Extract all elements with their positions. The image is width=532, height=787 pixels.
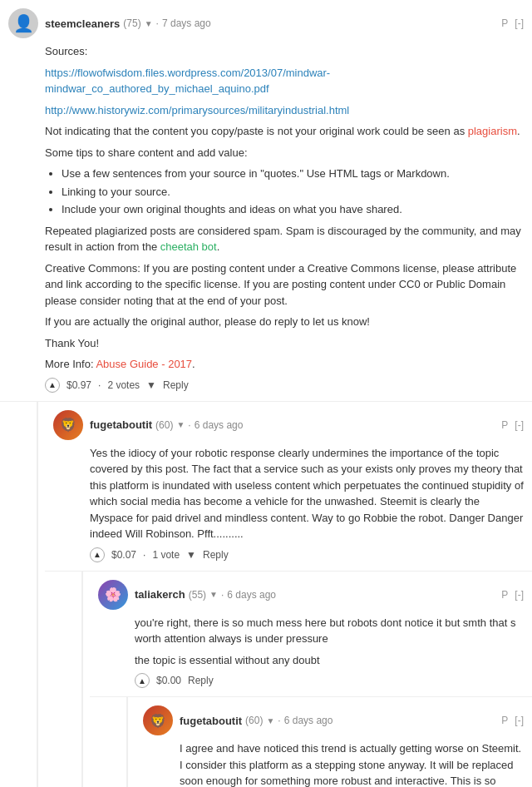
comment-body-steemcleaners: Sources: https://flowofwisdom.files.word… — [45, 43, 524, 393]
vote-amount-taliakerch: $0.00 — [156, 673, 181, 688]
header-actions-taliakerch: P [-] — [501, 589, 524, 601]
flag-button-taliakerch[interactable]: P — [501, 589, 508, 601]
header-actions-fugetaboutit-2: P [-] — [501, 715, 524, 726]
votes-count-fugetaboutit-1: 1 vote — [152, 547, 180, 562]
body1-taliakerch: you're right, there is so much mess here… — [135, 615, 524, 647]
collapse-button-fugetaboutit-2[interactable]: [-] — [515, 715, 524, 726]
user-info-taliakerch: taliakerch (55) ▼ · 6 days ago — [135, 588, 501, 601]
link-1[interactable]: https://flowofwisdom.files.wordpress.com… — [45, 65, 524, 97]
avatar-steemcleaners: 👤 — [8, 8, 38, 38]
comment-header-taliakerch: 🌸 taliakerch (55) ▼ · 6 days ago P [-] — [98, 580, 524, 610]
source-link-1[interactable]: https://flowofwisdom.files.wordpress.com… — [45, 67, 330, 96]
timestamp-taliakerch: 6 days ago — [227, 589, 276, 601]
reputation-steemcleaners: (75) — [123, 17, 140, 29]
collapse-button-taliakerch[interactable]: [-] — [515, 589, 524, 601]
timestamp-fugetaboutit-1: 6 days ago — [195, 419, 244, 431]
para-cc: Creative Commons: If you are posting con… — [45, 260, 524, 309]
footer-actions-steemcleaners: ▲ $0.97 · 2 votes ▼ Reply — [45, 378, 524, 393]
header-actions-fugetaboutit-1: P [-] — [501, 419, 524, 431]
avatar-fugetaboutit-1: 🦁 — [53, 410, 83, 440]
nested-block-2: 🌸 taliakerch (55) ▼ · 6 days ago P [-] y… — [81, 572, 532, 788]
comment-header-steemcleaners: 👤 steemcleaners (75) ▼ · 7 days ago P [-… — [8, 8, 524, 38]
upvote-button-steemcleaners[interactable]: ▲ — [45, 378, 60, 393]
username-fugetaboutit-1[interactable]: fugetaboutit — [90, 418, 152, 431]
comment-header-fugetaboutit-1: 🦁 fugetaboutit (60) ▼ · 6 days ago P [-] — [53, 410, 524, 440]
nested-block-3: 🦁 fugetaboutit (60) ▼ · 6 days ago P [-] — [126, 697, 532, 787]
footer-actions-fugetaboutit-1: ▲ $0.07 · 1 vote ▼ Reply — [90, 547, 524, 562]
body-fugetaboutit-2: I agree and have noticed this trend is a… — [180, 740, 524, 787]
comment-steemcleaners: 👤 steemcleaners (75) ▼ · 7 days ago P [-… — [0, 0, 532, 402]
comment-header-fugetaboutit-2: 🦁 fugetaboutit (60) ▼ · 6 days ago P [-] — [143, 705, 524, 735]
tip-1: Use a few sentences from your source in … — [62, 166, 524, 182]
abuse-guide-link[interactable]: Abuse Guide - 2017 — [96, 358, 192, 370]
comment-body-fugetaboutit-1: Yes the idiocy of your robotic response … — [90, 445, 524, 562]
footer-actions-taliakerch: ▲ $0.00 Reply — [135, 673, 524, 688]
tips-list: Use a few sentences from your source in … — [62, 166, 524, 218]
votes-dropdown-fugetaboutit-1[interactable]: ▼ — [186, 547, 196, 562]
comment-body-fugetaboutit-2: I agree and have noticed this trend is a… — [180, 740, 524, 787]
user-info-fugetaboutit-2: fugetaboutit (60) ▼ · 6 days ago — [180, 715, 501, 727]
avatar-fugetaboutit-2: 🦁 — [143, 705, 173, 735]
comment-fugetaboutit-2: 🦁 fugetaboutit (60) ▼ · 6 days ago P [-] — [135, 697, 532, 787]
comment-fugetaboutit-1: 🦁 fugetaboutit (60) ▼ · 6 days ago P [-]… — [45, 402, 532, 572]
para-author: If you are actually the original author,… — [45, 314, 524, 330]
upvote-button-fugetaboutit-1[interactable]: ▲ — [90, 547, 105, 562]
para-2: Some tips to share content and add value… — [45, 145, 524, 161]
tip-2: Linking to your source. — [62, 184, 524, 200]
votes-count-steemcleaners: 2 votes — [107, 378, 140, 393]
votes-label-steemcleaners: · — [98, 378, 101, 393]
reply-button-steemcleaners[interactable]: Reply — [163, 379, 189, 391]
username-steemcleaners[interactable]: steemcleaners — [45, 17, 120, 30]
body2-taliakerch: the topic is essential without any doubt — [135, 652, 524, 669]
reply-button-taliakerch[interactable]: Reply — [188, 675, 214, 686]
flag-button-steemcleaners[interactable]: P — [501, 17, 508, 29]
dropdown-arrow-steemcleaners[interactable]: ▼ — [145, 19, 153, 28]
user-info-fugetaboutit-1: fugetaboutit (60) ▼ · 6 days ago — [90, 418, 501, 431]
collapse-button-steemcleaners[interactable]: [-] — [515, 17, 524, 29]
vote-amount-fugetaboutit-1: $0.07 — [111, 547, 136, 562]
plagiarism-link[interactable]: plagiarism — [468, 125, 517, 137]
upvote-button-taliakerch[interactable]: ▲ — [135, 673, 150, 688]
dropdown-arrow-fugetaboutit-2[interactable]: ▼ — [266, 716, 274, 725]
reputation-taliakerch: (55) — [189, 589, 206, 601]
votes-dot-fugetaboutit-1: · — [143, 547, 145, 562]
reputation-fugetaboutit-1: (60) — [155, 419, 173, 431]
avatar-taliakerch: 🌸 — [98, 580, 128, 610]
timestamp-fugetaboutit-2: 6 days ago — [284, 715, 333, 726]
vote-amount-steemcleaners: $0.97 — [66, 378, 91, 393]
username-fugetaboutit-2[interactable]: fugetaboutit — [180, 715, 242, 727]
nested-block-1: 🦁 fugetaboutit (60) ▼ · 6 days ago P [-]… — [37, 402, 532, 788]
reputation-fugetaboutit-2: (60) — [245, 715, 263, 726]
comment-body-taliakerch: you're right, there is so much mess here… — [135, 615, 524, 689]
flag-button-fugetaboutit-2[interactable]: P — [501, 715, 508, 726]
username-taliakerch[interactable]: taliakerch — [135, 588, 185, 601]
user-info-steemcleaners: steemcleaners (75) ▼ · 7 days ago — [45, 17, 501, 30]
para-1: Not indicating that the content you copy… — [45, 123, 524, 140]
sources-label: Sources: — [45, 43, 524, 60]
para-spam: Repeated plagiarized posts are considere… — [45, 223, 524, 255]
more-info: More Info: Abuse Guide - 2017. — [45, 356, 524, 373]
reply-button-fugetaboutit-1[interactable]: Reply — [203, 549, 229, 561]
timestamp-steemcleaners: 7 days ago — [162, 17, 211, 29]
body-fugetaboutit-1: Yes the idiocy of your robotic response … — [90, 445, 524, 542]
votes-dropdown-steemcleaners[interactable]: ▼ — [146, 378, 156, 393]
flag-button-fugetaboutit-1[interactable]: P — [501, 419, 508, 431]
source-link-2[interactable]: http://www.historywiz.com/primarysources… — [45, 104, 349, 116]
dropdown-arrow-fugetaboutit-1[interactable]: ▼ — [176, 420, 185, 429]
dropdown-arrow-taliakerch[interactable]: ▼ — [209, 590, 218, 599]
para-thanks: Thank You! — [45, 335, 524, 352]
comment-taliakerch: 🌸 taliakerch (55) ▼ · 6 days ago P [-] y… — [90, 572, 532, 698]
collapse-button-fugetaboutit-1[interactable]: [-] — [515, 419, 524, 431]
tip-3: Include your own original thoughts and i… — [62, 201, 524, 218]
cheetah-link[interactable]: cheetah bot — [160, 240, 217, 253]
header-actions-steemcleaners: P [-] — [501, 17, 524, 29]
link-2[interactable]: http://www.historywiz.com/primarysources… — [45, 102, 524, 119]
